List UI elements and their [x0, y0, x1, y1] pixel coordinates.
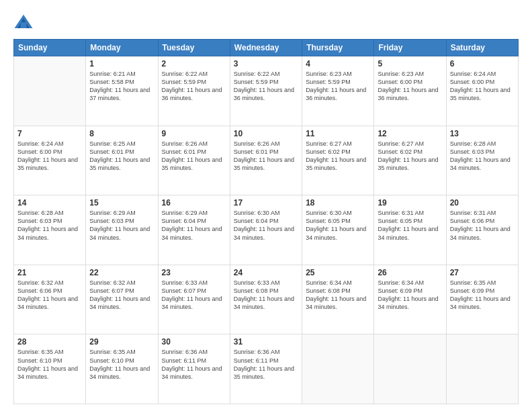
- cell-info: Sunrise: 6:26 AMSunset: 6:01 PMDaylight:…: [162, 140, 226, 173]
- cell-info: Sunrise: 6:28 AMSunset: 6:03 PMDaylight:…: [17, 209, 82, 242]
- calendar-cell: 2 Sunrise: 6:22 AMSunset: 5:59 PMDayligh…: [158, 56, 230, 126]
- day-number: 18: [306, 198, 370, 208]
- calendar-header-saturday: Saturday: [446, 40, 518, 56]
- calendar-cell: 4 Sunrise: 6:23 AMSunset: 5:59 PMDayligh…: [302, 56, 374, 126]
- day-number: 19: [378, 198, 442, 208]
- day-number: 26: [378, 268, 442, 277]
- calendar-cell: 18 Sunrise: 6:30 AMSunset: 6:05 PMDaylig…: [302, 195, 374, 265]
- cell-info: Sunrise: 6:33 AMSunset: 6:07 PMDaylight:…: [162, 279, 226, 312]
- calendar-cell: 14 Sunrise: 6:28 AMSunset: 6:03 PMDaylig…: [14, 195, 86, 265]
- cell-info: Sunrise: 6:35 AMSunset: 6:10 PMDaylight:…: [89, 348, 154, 381]
- cell-info: Sunrise: 6:23 AMSunset: 6:00 PMDaylight:…: [378, 70, 442, 103]
- calendar-cell: 17 Sunrise: 6:30 AMSunset: 6:04 PMDaylig…: [230, 195, 302, 265]
- calendar-week-row: 7 Sunrise: 6:24 AMSunset: 6:00 PMDayligh…: [14, 126, 519, 195]
- cell-info: Sunrise: 6:26 AMSunset: 6:01 PMDaylight:…: [234, 140, 298, 173]
- day-number: 15: [89, 198, 154, 208]
- cell-info: Sunrise: 6:21 AMSunset: 5:58 PMDaylight:…: [89, 70, 154, 103]
- logo: [13, 12, 36, 32]
- cell-info: Sunrise: 6:30 AMSunset: 6:04 PMDaylight:…: [234, 209, 298, 242]
- calendar-cell: [446, 334, 518, 404]
- calendar-cell: [374, 334, 446, 404]
- cell-info: Sunrise: 6:23 AMSunset: 5:59 PMDaylight:…: [306, 70, 370, 103]
- day-number: 17: [234, 198, 298, 208]
- day-number: 31: [234, 337, 298, 347]
- calendar-cell: 9 Sunrise: 6:26 AMSunset: 6:01 PMDayligh…: [158, 126, 230, 195]
- cell-info: Sunrise: 6:35 AMSunset: 6:10 PMDaylight:…: [17, 348, 82, 381]
- cell-info: Sunrise: 6:25 AMSunset: 6:01 PMDaylight:…: [89, 140, 154, 173]
- calendar-cell: 21 Sunrise: 6:32 AMSunset: 6:06 PMDaylig…: [14, 265, 86, 334]
- day-number: 11: [306, 129, 370, 138]
- day-number: 8: [89, 129, 154, 138]
- day-number: 30: [162, 337, 226, 347]
- day-number: 1: [89, 59, 154, 68]
- cell-info: Sunrise: 6:24 AMSunset: 6:00 PMDaylight:…: [450, 70, 515, 103]
- day-number: 7: [17, 129, 82, 138]
- svg-rect-2: [21, 22, 27, 28]
- calendar-cell: [14, 56, 86, 126]
- calendar-header-row: SundayMondayTuesdayWednesdayThursdayFrid…: [14, 40, 519, 56]
- calendar-cell: 8 Sunrise: 6:25 AMSunset: 6:01 PMDayligh…: [86, 126, 158, 195]
- calendar-cell: 19 Sunrise: 6:31 AMSunset: 6:05 PMDaylig…: [374, 195, 446, 265]
- page: SundayMondayTuesdayWednesdayThursdayFrid…: [0, 0, 532, 411]
- cell-info: Sunrise: 6:30 AMSunset: 6:05 PMDaylight:…: [306, 209, 370, 242]
- cell-info: Sunrise: 6:22 AMSunset: 5:59 PMDaylight:…: [162, 70, 226, 103]
- calendar-header-sunday: Sunday: [14, 40, 86, 56]
- day-number: 4: [306, 59, 370, 68]
- calendar-week-row: 28 Sunrise: 6:35 AMSunset: 6:10 PMDaylig…: [14, 334, 519, 404]
- calendar-cell: 28 Sunrise: 6:35 AMSunset: 6:10 PMDaylig…: [14, 334, 86, 404]
- day-number: 14: [17, 198, 82, 208]
- header: [13, 12, 519, 32]
- calendar-cell: 27 Sunrise: 6:35 AMSunset: 6:09 PMDaylig…: [446, 265, 518, 334]
- logo-icon: [13, 12, 34, 32]
- cell-info: Sunrise: 6:34 AMSunset: 6:09 PMDaylight:…: [378, 279, 442, 312]
- calendar-cell: 29 Sunrise: 6:35 AMSunset: 6:10 PMDaylig…: [86, 334, 158, 404]
- day-number: 12: [378, 129, 442, 138]
- calendar-header-tuesday: Tuesday: [158, 40, 230, 56]
- calendar-cell: 1 Sunrise: 6:21 AMSunset: 5:58 PMDayligh…: [86, 56, 158, 126]
- calendar-cell: 11 Sunrise: 6:27 AMSunset: 6:02 PMDaylig…: [302, 126, 374, 195]
- cell-info: Sunrise: 6:24 AMSunset: 6:00 PMDaylight:…: [17, 140, 82, 173]
- calendar-cell: 10 Sunrise: 6:26 AMSunset: 6:01 PMDaylig…: [230, 126, 302, 195]
- cell-info: Sunrise: 6:32 AMSunset: 6:07 PMDaylight:…: [89, 279, 154, 312]
- day-number: 22: [89, 268, 154, 277]
- calendar-header-monday: Monday: [86, 40, 158, 56]
- calendar-cell: 23 Sunrise: 6:33 AMSunset: 6:07 PMDaylig…: [158, 265, 230, 334]
- calendar-cell: 15 Sunrise: 6:29 AMSunset: 6:03 PMDaylig…: [86, 195, 158, 265]
- calendar-header-wednesday: Wednesday: [230, 40, 302, 56]
- cell-info: Sunrise: 6:32 AMSunset: 6:06 PMDaylight:…: [17, 279, 82, 312]
- day-number: 25: [306, 268, 370, 277]
- day-number: 24: [234, 268, 298, 277]
- calendar-cell: 30 Sunrise: 6:36 AMSunset: 6:11 PMDaylig…: [158, 334, 230, 404]
- calendar-week-row: 14 Sunrise: 6:28 AMSunset: 6:03 PMDaylig…: [14, 195, 519, 265]
- calendar-cell: 12 Sunrise: 6:27 AMSunset: 6:02 PMDaylig…: [374, 126, 446, 195]
- cell-info: Sunrise: 6:31 AMSunset: 6:05 PMDaylight:…: [378, 209, 442, 242]
- day-number: 2: [162, 59, 226, 68]
- calendar-header-thursday: Thursday: [302, 40, 374, 56]
- cell-info: Sunrise: 6:36 AMSunset: 6:11 PMDaylight:…: [234, 348, 298, 381]
- cell-info: Sunrise: 6:27 AMSunset: 6:02 PMDaylight:…: [306, 140, 370, 173]
- calendar-header-friday: Friday: [374, 40, 446, 56]
- day-number: 16: [162, 198, 226, 208]
- calendar-cell: 20 Sunrise: 6:31 AMSunset: 6:06 PMDaylig…: [446, 195, 518, 265]
- cell-info: Sunrise: 6:36 AMSunset: 6:11 PMDaylight:…: [162, 348, 226, 381]
- day-number: 13: [450, 129, 515, 138]
- cell-info: Sunrise: 6:29 AMSunset: 6:04 PMDaylight:…: [162, 209, 226, 242]
- calendar-cell: 6 Sunrise: 6:24 AMSunset: 6:00 PMDayligh…: [446, 56, 518, 126]
- calendar-week-row: 1 Sunrise: 6:21 AMSunset: 5:58 PMDayligh…: [14, 56, 519, 126]
- calendar-week-row: 21 Sunrise: 6:32 AMSunset: 6:06 PMDaylig…: [14, 265, 519, 334]
- calendar-cell: [302, 334, 374, 404]
- day-number: 21: [17, 268, 82, 277]
- calendar-cell: 13 Sunrise: 6:28 AMSunset: 6:03 PMDaylig…: [446, 126, 518, 195]
- day-number: 6: [450, 59, 515, 68]
- calendar-cell: 3 Sunrise: 6:22 AMSunset: 5:59 PMDayligh…: [230, 56, 302, 126]
- calendar-cell: 24 Sunrise: 6:33 AMSunset: 6:08 PMDaylig…: [230, 265, 302, 334]
- calendar-table: SundayMondayTuesdayWednesdayThursdayFrid…: [13, 39, 519, 404]
- cell-info: Sunrise: 6:34 AMSunset: 6:08 PMDaylight:…: [306, 279, 370, 312]
- cell-info: Sunrise: 6:31 AMSunset: 6:06 PMDaylight:…: [450, 209, 515, 242]
- day-number: 20: [450, 198, 515, 208]
- cell-info: Sunrise: 6:33 AMSunset: 6:08 PMDaylight:…: [234, 279, 298, 312]
- day-number: 10: [234, 129, 298, 138]
- day-number: 9: [162, 129, 226, 138]
- cell-info: Sunrise: 6:22 AMSunset: 5:59 PMDaylight:…: [234, 70, 298, 103]
- calendar-cell: 26 Sunrise: 6:34 AMSunset: 6:09 PMDaylig…: [374, 265, 446, 334]
